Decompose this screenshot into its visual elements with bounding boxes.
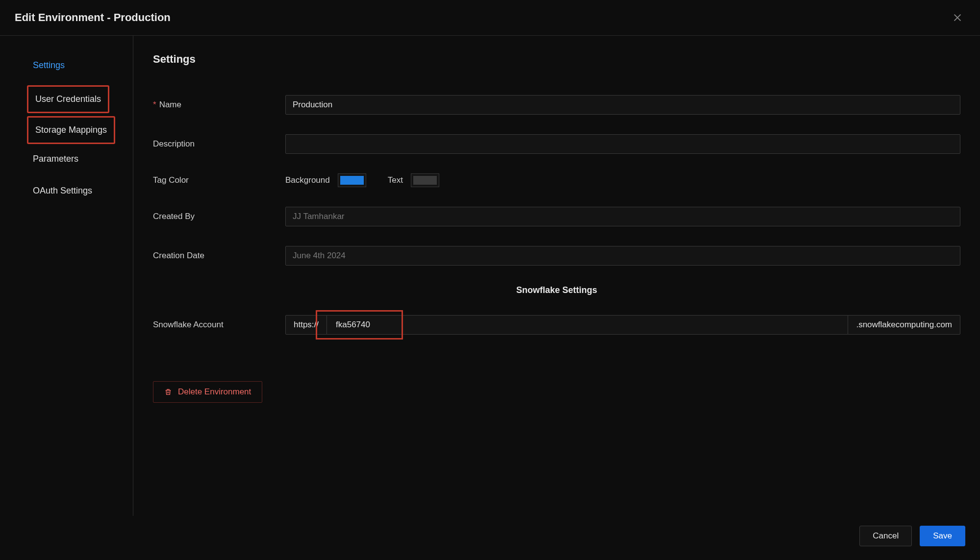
delete-environment-button[interactable]: Delete Environment bbox=[153, 381, 262, 403]
tab-storage-mappings[interactable]: Storage Mappings bbox=[27, 116, 115, 144]
snowflake-account-row: Snowflake Account https:// .snowflakecom… bbox=[153, 315, 960, 335]
modal-title: Edit Environment - Production bbox=[15, 11, 171, 24]
tag-text-color-icon bbox=[413, 176, 437, 185]
tag-text-group: Text bbox=[388, 173, 439, 187]
close-icon bbox=[952, 12, 963, 23]
tab-user-credentials[interactable]: User Credentials bbox=[27, 85, 109, 113]
tab-oauth-settings[interactable]: OAuth Settings bbox=[27, 181, 98, 201]
snowflake-section-title: Snowflake Settings bbox=[153, 285, 960, 295]
creation-date-label: Creation Date bbox=[153, 251, 285, 261]
created-by-value bbox=[285, 207, 960, 226]
tag-bg-swatch[interactable] bbox=[338, 173, 366, 187]
tag-bg-group: Background bbox=[285, 173, 366, 187]
field-tag-color-row: Tag Color Background Text bbox=[153, 173, 960, 187]
tag-color-label: Tag Color bbox=[153, 175, 285, 185]
snowflake-suffix: .snowflakecomputing.com bbox=[848, 315, 960, 335]
field-name-row: *Name bbox=[153, 95, 960, 115]
creation-date-value bbox=[285, 246, 960, 266]
cancel-button[interactable]: Cancel bbox=[859, 526, 912, 546]
close-button[interactable] bbox=[950, 10, 965, 25]
snowflake-account-input[interactable] bbox=[327, 315, 848, 335]
edit-environment-modal: Edit Environment - Production Settings U… bbox=[0, 0, 980, 560]
required-mark: * bbox=[153, 100, 156, 109]
name-label: *Name bbox=[153, 100, 285, 110]
field-created-by-row: Created By bbox=[153, 207, 960, 226]
created-by-label: Created By bbox=[153, 212, 285, 221]
content-title: Settings bbox=[153, 53, 960, 66]
description-input[interactable] bbox=[285, 134, 960, 154]
modal-body: Settings User Credentials Storage Mappin… bbox=[0, 36, 980, 516]
field-creation-date-row: Creation Date bbox=[153, 246, 960, 266]
modal-footer: Cancel Save bbox=[0, 516, 980, 560]
modal-header: Edit Environment - Production bbox=[0, 0, 980, 36]
delete-environment-label: Delete Environment bbox=[178, 387, 251, 397]
sidebar: Settings User Credentials Storage Mappin… bbox=[0, 36, 133, 516]
snowflake-prefix: https:// bbox=[285, 315, 327, 335]
tag-bg-label: Background bbox=[285, 175, 330, 185]
content-pane: Settings *Name Description Tag Color Bac… bbox=[133, 36, 980, 516]
tag-text-label: Text bbox=[388, 175, 403, 185]
snowflake-account-label: Snowflake Account bbox=[153, 315, 285, 335]
field-description-row: Description bbox=[153, 134, 960, 154]
trash-icon bbox=[164, 388, 172, 396]
description-label: Description bbox=[153, 139, 285, 149]
tag-color-controls: Background Text bbox=[285, 173, 439, 187]
tab-parameters[interactable]: Parameters bbox=[27, 149, 84, 169]
tab-settings[interactable]: Settings bbox=[27, 55, 71, 75]
tag-text-swatch[interactable] bbox=[411, 173, 439, 187]
tag-bg-color-icon bbox=[340, 176, 364, 185]
save-button[interactable]: Save bbox=[920, 526, 965, 546]
name-input[interactable] bbox=[285, 95, 960, 115]
snowflake-input-wrap bbox=[327, 315, 848, 335]
